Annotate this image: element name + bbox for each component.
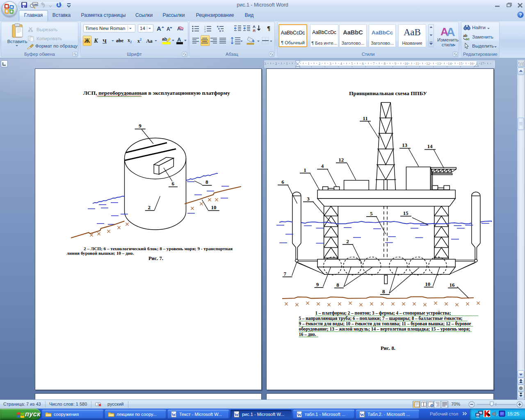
svg-text:10: 10 bbox=[404, 62, 409, 66]
svg-text:9 – ёмкости для воды; 10 – ёмк: 9 – ёмкости для воды; 10 – ёмкости для т… bbox=[299, 321, 471, 326]
svg-text:4: 4 bbox=[321, 163, 324, 169]
svg-text:10: 10 bbox=[211, 204, 217, 210]
svg-text:16 – дно.: 16 – дно. bbox=[299, 332, 316, 337]
svg-text:10: 10 bbox=[425, 281, 430, 287]
svg-text:9: 9 bbox=[316, 281, 319, 288]
svg-text:А: А bbox=[157, 25, 161, 32]
svg-text:W: W bbox=[297, 412, 302, 417]
svg-text:ЛСП, переоборудованная в экспл: ЛСП, переоборудованная в эксплуатационну… bbox=[83, 90, 231, 96]
svg-text:W: W bbox=[172, 412, 176, 417]
svg-text:17: 17 bbox=[480, 62, 484, 66]
svg-text:1: 1 bbox=[286, 62, 288, 66]
svg-text:линия буровой вышки; 10 – дно: линия буровой вышки; 10 – дно. bbox=[67, 251, 134, 256]
svg-text:14: 14 bbox=[448, 62, 452, 66]
svg-text:оборудование; 13 – жилой модул: оборудование; 13 – жилой модуль; 14 – ве… bbox=[299, 326, 470, 332]
svg-text:16: 16 bbox=[449, 282, 455, 288]
svg-text:2: 2 bbox=[275, 62, 277, 66]
svg-text:5: 5 bbox=[351, 62, 353, 66]
svg-text:A: A bbox=[446, 25, 455, 38]
svg-text:Рис. 7.: Рис. 7. bbox=[148, 256, 163, 261]
svg-text:12: 12 bbox=[338, 157, 344, 163]
svg-text:6: 6 bbox=[281, 179, 284, 185]
svg-text:2: 2 bbox=[346, 238, 349, 244]
svg-text:13: 13 bbox=[402, 142, 408, 148]
svg-text:3: 3 bbox=[307, 196, 310, 202]
svg-text:5 – направляющая труба; 6 – по: 5 – направляющая труба; 6 – поплавки; 7 … bbox=[299, 316, 463, 321]
svg-text:1: 1 bbox=[308, 62, 310, 66]
svg-text:8: 8 bbox=[336, 282, 339, 288]
svg-text:7: 7 bbox=[373, 62, 375, 66]
svg-text:11: 11 bbox=[415, 62, 419, 66]
svg-text:14: 14 bbox=[427, 143, 433, 149]
svg-text:W: W bbox=[360, 412, 365, 417]
svg-text:15: 15 bbox=[403, 210, 409, 216]
svg-text:3: 3 bbox=[264, 62, 266, 66]
svg-text:7: 7 bbox=[284, 271, 287, 277]
svg-text:9: 9 bbox=[395, 62, 397, 66]
svg-text:3: 3 bbox=[329, 62, 331, 66]
svg-text:W: W bbox=[235, 412, 239, 417]
svg-text:11: 11 bbox=[363, 115, 368, 121]
svg-text:ab: ab bbox=[162, 37, 167, 41]
svg-text:5: 5 bbox=[370, 210, 373, 217]
svg-text:2: 2 bbox=[148, 204, 151, 210]
svg-text:12: 12 bbox=[426, 62, 430, 66]
svg-text:8: 8 bbox=[382, 288, 385, 294]
svg-text:6: 6 bbox=[362, 62, 364, 66]
svg-text:3: 3 bbox=[204, 30, 205, 32]
svg-text:16: 16 bbox=[470, 62, 474, 66]
svg-text:ac: ac bbox=[466, 37, 470, 41]
svg-text:2 – ЛСП; 6 – технологический: 2 – ЛСП; 6 – технологический блок; 8 – у… bbox=[84, 247, 233, 251]
svg-text:Принципиальная схема ППБУ: Принципиальная схема ППБУ bbox=[349, 90, 427, 96]
svg-text:2: 2 bbox=[319, 62, 321, 66]
svg-text:Рис. 8.: Рис. 8. bbox=[381, 345, 395, 351]
svg-text:Я: Я bbox=[253, 28, 256, 32]
svg-text:15: 15 bbox=[459, 62, 463, 66]
svg-text:8: 8 bbox=[205, 179, 208, 185]
svg-text:9: 9 bbox=[139, 123, 142, 129]
svg-text:8: 8 bbox=[383, 62, 386, 66]
svg-text:4: 4 bbox=[340, 62, 342, 66]
svg-text:А: А bbox=[177, 37, 181, 43]
svg-text:А: А bbox=[167, 26, 170, 32]
svg-text:1: 1 bbox=[304, 167, 306, 173]
svg-text:1 – платформа; 2 – понтон; 3 –: 1 – платформа; 2 – понтон; 3 – фермы; 4 … bbox=[315, 310, 451, 316]
svg-text:13: 13 bbox=[437, 62, 441, 66]
svg-text:100: 100 bbox=[33, 3, 37, 6]
